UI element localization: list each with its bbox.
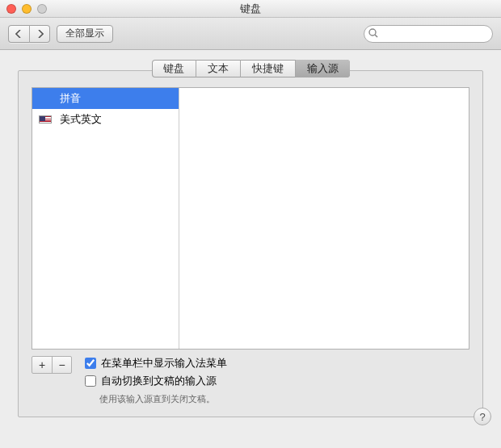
blank-icon [39, 93, 53, 104]
list-item[interactable]: 拼音 [32, 88, 179, 109]
chevron-right-icon [37, 30, 44, 38]
bottom-row: + − 在菜单栏中显示输入法菜单 自动切换到文稿的输入源 使用该输入源直到关闭文… [32, 356, 469, 405]
tab-shortcuts[interactable]: 快捷键 [240, 60, 295, 77]
show-menu-checkbox[interactable] [85, 358, 96, 369]
nav-segmented [8, 25, 50, 43]
auto-switch-option[interactable]: 自动切换到文稿的输入源 [85, 374, 227, 388]
us-flag-icon [39, 114, 53, 125]
list-item[interactable]: 美式英文 [32, 109, 179, 130]
list-item-label: 美式英文 [60, 112, 102, 127]
titlebar: 键盘 [0, 0, 501, 18]
svg-point-0 [369, 29, 376, 36]
search-wrap [364, 25, 493, 43]
remove-button[interactable]: − [52, 357, 71, 373]
auto-switch-checkbox[interactable] [85, 375, 96, 387]
search-input[interactable] [364, 25, 493, 43]
toolbar: 全部显示 [0, 18, 501, 50]
input-source-area: 拼音 美式英文 [32, 87, 469, 350]
input-source-list[interactable]: 拼音 美式英文 [32, 88, 179, 349]
window-title: 键盘 [0, 2, 501, 16]
tab-input-sources[interactable]: 输入源 [295, 60, 350, 77]
auto-switch-label: 自动切换到文稿的输入源 [101, 374, 217, 388]
options-group: 在菜单栏中显示输入法菜单 自动切换到文稿的输入源 使用该输入源直到关闭文稿。 [85, 356, 227, 405]
svg-line-1 [375, 35, 377, 37]
help-button[interactable]: ? [474, 408, 491, 425]
tabs: 键盘 文本 快捷键 输入源 [152, 60, 350, 77]
forward-button[interactable] [29, 25, 50, 43]
traffic-lights [6, 4, 47, 14]
show-menu-option[interactable]: 在菜单栏中显示输入法菜单 [85, 356, 227, 371]
tab-keyboard[interactable]: 键盘 [152, 60, 196, 77]
content-area: 键盘 文本 快捷键 输入源 拼音 美式英文 + − [0, 50, 501, 432]
auto-switch-hint: 使用该输入源直到关闭文稿。 [99, 393, 227, 405]
add-remove-control: + − [32, 356, 72, 374]
add-button[interactable]: + [32, 357, 52, 373]
search-icon [368, 28, 378, 38]
panel: 拼音 美式英文 + − 在菜单栏中显示输入法菜单 [18, 70, 483, 417]
minimize-button[interactable] [22, 4, 32, 14]
back-button[interactable] [8, 25, 29, 43]
zoom-button[interactable] [37, 4, 47, 14]
chevron-left-icon [15, 30, 22, 38]
show-all-button[interactable]: 全部显示 [57, 25, 113, 43]
list-item-label: 拼音 [60, 91, 81, 106]
input-source-detail [179, 88, 469, 349]
tab-text[interactable]: 文本 [196, 60, 240, 77]
show-menu-label: 在菜单栏中显示输入法菜单 [101, 356, 227, 371]
close-button[interactable] [6, 4, 16, 14]
